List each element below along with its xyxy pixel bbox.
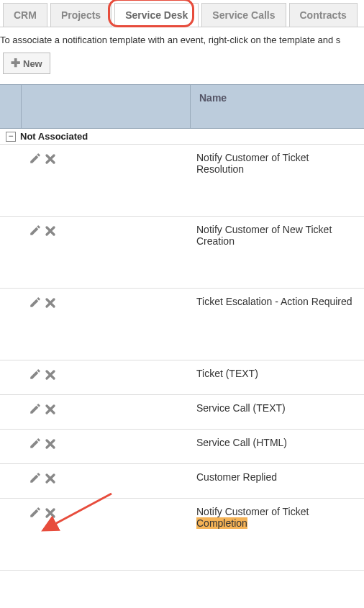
plus-icon: ✚ <box>11 58 20 69</box>
grid-header: Name <box>0 84 364 129</box>
edit-icon[interactable] <box>29 296 42 309</box>
table-row: Notify Customer of Ticket Completion <box>0 499 364 571</box>
column-name-header: Name <box>191 85 364 128</box>
table-row: Ticket (TEXT) <box>0 360 364 395</box>
row-actions <box>0 464 191 498</box>
delete-icon[interactable] <box>43 152 58 166</box>
column-collapse <box>0 85 22 128</box>
delete-icon[interactable] <box>43 296 58 310</box>
row-name: Ticket (TEXT) <box>191 360 364 394</box>
delete-icon[interactable] <box>43 224 58 238</box>
edit-icon[interactable] <box>29 471 42 484</box>
table-row: Ticket Escalation - Action Required <box>0 289 364 360</box>
row-actions <box>0 145 191 216</box>
rows-container: Notify Customer of Ticket ResolutionNoti… <box>0 145 364 571</box>
row-actions <box>0 499 191 570</box>
row-actions <box>0 289 191 360</box>
highlighted-text: Completion <box>196 517 247 529</box>
table-row: Notify Customer of New Ticket Creation <box>0 217 364 289</box>
row-name: Service Call (TEXT) <box>191 395 364 429</box>
collapse-button[interactable]: − <box>6 132 16 142</box>
table-row: Customer Replied <box>0 464 364 499</box>
row-actions <box>0 217 191 288</box>
tab-crm[interactable]: CRM <box>3 3 47 27</box>
edit-icon[interactable] <box>29 224 42 237</box>
delete-icon[interactable] <box>43 506 58 520</box>
instruction-text: To associate a notification template wit… <box>0 27 364 53</box>
edit-icon[interactable] <box>29 152 42 165</box>
row-name: Notify Customer of New Ticket Creation <box>191 217 364 288</box>
table-row: Notify Customer of Ticket Resolution <box>0 145 364 217</box>
new-button[interactable]: ✚ New <box>3 53 50 74</box>
edit-icon[interactable] <box>29 402 42 415</box>
edit-icon[interactable] <box>29 437 42 450</box>
table-row: Service Call (HTML) <box>0 430 364 464</box>
new-button-label: New <box>23 58 42 69</box>
column-actions <box>22 85 191 128</box>
tab-projects[interactable]: Projects <box>50 3 112 27</box>
tab-bar: CRM Projects Service Desk Service Calls … <box>0 0 364 27</box>
row-name: Customer Replied <box>191 464 364 498</box>
delete-icon[interactable] <box>43 437 58 451</box>
tab-service-desk[interactable]: Service Desk <box>114 3 199 27</box>
row-name: Notify Customer of Ticket Resolution <box>191 145 364 216</box>
edit-icon[interactable] <box>29 368 42 381</box>
row-actions <box>0 360 191 394</box>
delete-icon[interactable] <box>43 402 58 417</box>
tab-service-calls[interactable]: Service Calls <box>201 3 286 27</box>
row-name: Service Call (HTML) <box>191 430 364 463</box>
row-actions <box>0 430 191 463</box>
delete-icon[interactable] <box>43 368 58 382</box>
delete-icon[interactable] <box>43 471 58 486</box>
tab-contracts[interactable]: Contracts <box>289 3 358 27</box>
row-name: Ticket Escalation - Action Required <box>191 289 364 360</box>
edit-icon[interactable] <box>29 506 42 519</box>
table-row: Service Call (TEXT) <box>0 395 364 430</box>
group-label: Not Associated <box>20 131 88 142</box>
row-name: Notify Customer of Ticket Completion <box>191 499 364 570</box>
group-row: − Not Associated <box>0 129 364 145</box>
row-actions <box>0 395 191 429</box>
